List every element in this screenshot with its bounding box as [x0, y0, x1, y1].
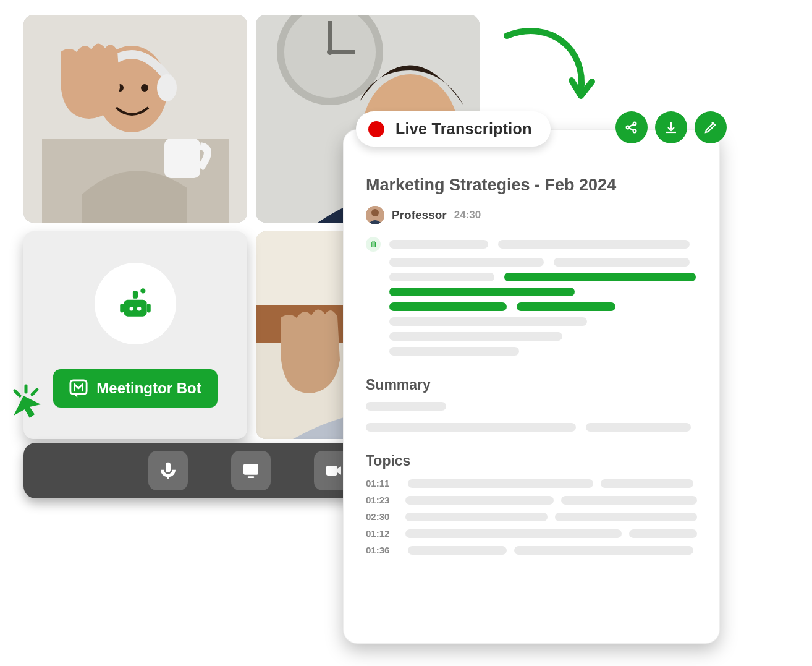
transcription-panel: Live Transcription Marketing Strategies …: [344, 130, 719, 643]
topic-time: 01:36: [366, 545, 395, 555]
transcript-line-highlight: [389, 302, 507, 311]
svg-rect-26: [243, 464, 258, 474]
transcript-line: [389, 317, 587, 326]
microphone-icon: [158, 461, 178, 480]
topic-bar: [405, 529, 622, 538]
summary-line: [586, 423, 691, 432]
svg-point-6: [157, 74, 177, 101]
screen-share-icon: [241, 461, 261, 480]
transcript-line-highlight: [504, 273, 696, 281]
meeting-title: Marketing Strategies - Feb 2024: [366, 176, 697, 195]
svg-point-33: [371, 209, 379, 216]
summary-heading: Summary: [366, 377, 697, 393]
svg-rect-18: [124, 300, 146, 317]
topics-section: Topics 01:1101:2302:3001:1201:36: [366, 453, 697, 555]
topic-bar: [629, 529, 697, 538]
topic-bar: [408, 546, 507, 555]
topic-time: 01:23: [366, 495, 393, 505]
topic-bar: [601, 479, 693, 488]
bot-tile: Meetingtor Bot: [23, 231, 247, 439]
topic-bar: [408, 479, 593, 488]
topic-time: 02:30: [366, 511, 393, 522]
topic-time: 01:12: [366, 528, 393, 539]
meetingtor-logo-icon: [69, 379, 88, 398]
svg-point-4: [141, 84, 148, 92]
topic-bar-group: [405, 529, 697, 538]
speaker-time: 24:30: [454, 209, 481, 221]
audio-wave-icon: ıllı: [366, 237, 381, 252]
svg-rect-28: [326, 466, 337, 476]
transcript-line: [389, 240, 488, 249]
transcript-line: [389, 332, 562, 341]
mic-button[interactable]: [148, 451, 188, 490]
speaker-avatar: [366, 206, 384, 224]
svg-point-23: [130, 307, 134, 311]
svg-point-20: [140, 288, 145, 293]
bot-button-label: Meetingtor Bot: [96, 380, 201, 397]
transcript-block: ıllı: [366, 237, 697, 356]
download-button[interactable]: [655, 111, 687, 143]
topic-time: 01:11: [366, 478, 395, 489]
screen-share-button[interactable]: [231, 451, 271, 490]
video-tile-participant-1: [23, 15, 247, 223]
topic-row[interactable]: 01:11: [366, 478, 697, 489]
panel-actions: [615, 111, 727, 143]
svg-rect-22: [147, 304, 151, 312]
transcript-line: [554, 258, 690, 267]
cursor-click-icon: [11, 383, 42, 418]
summary-line: [366, 423, 576, 432]
topic-bar-group: [408, 546, 697, 555]
topic-row[interactable]: 01:36: [366, 545, 697, 555]
speaker-row: Professor 24:30: [366, 206, 697, 224]
meetingtor-bot-button[interactable]: Meetingtor Bot: [53, 369, 217, 408]
transcript-line: [498, 240, 690, 249]
live-transcription-pill: Live Transcription: [356, 111, 551, 147]
record-indicator-icon: [368, 121, 384, 137]
robot-icon: [115, 283, 156, 324]
transcript-line: [389, 258, 544, 267]
transcript-line: [389, 273, 494, 281]
transcript-line: [389, 347, 519, 356]
topic-bar-group: [408, 479, 697, 488]
topic-row[interactable]: 02:30: [366, 511, 697, 522]
flow-arrow: [501, 25, 599, 105]
edit-icon: [703, 120, 718, 135]
summary-line: [366, 402, 446, 411]
camera-icon: [324, 461, 344, 480]
summary-section: Summary: [366, 377, 697, 432]
share-icon: [624, 120, 639, 135]
svg-rect-27: [248, 476, 255, 478]
topic-bar: [561, 496, 697, 505]
download-icon: [664, 120, 679, 135]
svg-rect-7: [164, 139, 200, 178]
share-button[interactable]: [615, 111, 648, 143]
topic-bar: [405, 513, 548, 521]
live-label: Live Transcription: [395, 120, 532, 138]
topic-bar-group: [405, 513, 697, 521]
topic-bar-group: [405, 496, 697, 505]
topic-bar: [555, 513, 697, 521]
edit-button[interactable]: [695, 111, 727, 143]
speaker-name: Professor: [392, 208, 447, 222]
topics-heading: Topics: [366, 453, 697, 469]
bot-avatar-circle: [95, 263, 176, 344]
svg-point-24: [137, 307, 142, 311]
transcript-line-highlight: [517, 302, 615, 311]
topic-row[interactable]: 01:12: [366, 528, 697, 539]
svg-rect-19: [133, 291, 138, 298]
transcript-line-highlight: [389, 288, 575, 296]
topic-bar: [405, 496, 554, 505]
svg-rect-21: [120, 304, 124, 312]
topic-row[interactable]: 01:23: [366, 495, 697, 505]
topic-bar: [514, 546, 693, 555]
